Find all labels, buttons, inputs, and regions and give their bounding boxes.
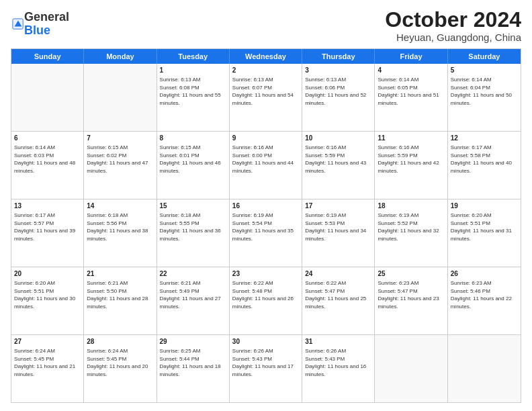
cell-details: Sunrise: 6:14 AMSunset: 6:05 PMDaylight:… bbox=[378, 76, 444, 107]
cell-details: Sunrise: 6:14 AMSunset: 6:03 PMDaylight:… bbox=[14, 144, 81, 175]
calendar-cell: 22Sunrise: 6:21 AMSunset: 5:49 PMDayligh… bbox=[157, 267, 230, 334]
day-number: 25 bbox=[378, 269, 444, 279]
calendar-cell: 9Sunrise: 6:16 AMSunset: 6:00 PMDaylight… bbox=[230, 132, 302, 199]
cell-details: Sunrise: 6:20 AMSunset: 5:51 PMDaylight:… bbox=[451, 212, 518, 242]
day-number: 22 bbox=[160, 269, 226, 279]
calendar-cell: 11Sunrise: 6:16 AMSunset: 5:59 PMDayligh… bbox=[375, 132, 447, 199]
cell-details: Sunrise: 6:21 AMSunset: 5:50 PMDaylight:… bbox=[87, 279, 153, 310]
logo-blue: Blue bbox=[24, 24, 50, 37]
calendar-cell: 2Sunrise: 6:13 AMSunset: 6:07 PMDaylight… bbox=[230, 64, 302, 131]
calendar-cell: 6Sunrise: 6:14 AMSunset: 6:03 PMDaylight… bbox=[11, 132, 84, 199]
day-number: 11 bbox=[378, 134, 444, 143]
day-number: 9 bbox=[232, 134, 299, 143]
cell-details: Sunrise: 6:17 AMSunset: 5:57 PMDaylight:… bbox=[14, 212, 81, 242]
cell-details: Sunrise: 6:15 AMSunset: 6:02 PMDaylight:… bbox=[87, 144, 153, 175]
cell-details: Sunrise: 6:16 AMSunset: 6:00 PMDaylight:… bbox=[232, 144, 299, 175]
logo-icon bbox=[12, 18, 24, 30]
day-number: 31 bbox=[305, 337, 371, 347]
calendar-cell: 28Sunrise: 6:24 AMSunset: 5:45 PMDayligh… bbox=[84, 335, 157, 402]
weekday-header: Tuesday bbox=[157, 49, 230, 64]
cell-details: Sunrise: 6:24 AMSunset: 5:45 PMDaylight:… bbox=[87, 347, 153, 378]
calendar-cell: 19Sunrise: 6:20 AMSunset: 5:51 PMDayligh… bbox=[448, 199, 521, 267]
calendar-cell bbox=[11, 64, 84, 131]
cell-details: Sunrise: 6:13 AMSunset: 6:07 PMDaylight:… bbox=[232, 76, 299, 107]
cell-details: Sunrise: 6:19 AMSunset: 5:52 PMDaylight:… bbox=[378, 212, 444, 242]
cell-details: Sunrise: 6:18 AMSunset: 5:56 PMDaylight:… bbox=[87, 212, 153, 242]
calendar-cell: 12Sunrise: 6:17 AMSunset: 5:58 PMDayligh… bbox=[448, 132, 521, 199]
weekday-header: Thursday bbox=[302, 49, 375, 64]
day-number: 10 bbox=[305, 134, 371, 143]
calendar-body: 1Sunrise: 6:13 AMSunset: 6:08 PMDaylight… bbox=[11, 64, 521, 402]
logo-text: General Blue bbox=[24, 11, 69, 38]
calendar-cell: 15Sunrise: 6:18 AMSunset: 5:55 PMDayligh… bbox=[157, 199, 230, 267]
cell-details: Sunrise: 6:21 AMSunset: 5:49 PMDaylight:… bbox=[160, 279, 226, 310]
calendar-cell: 8Sunrise: 6:15 AMSunset: 6:01 PMDaylight… bbox=[157, 132, 230, 199]
calendar-cell: 26Sunrise: 6:23 AMSunset: 5:46 PMDayligh… bbox=[448, 267, 521, 334]
weekday-header: Saturday bbox=[448, 49, 521, 64]
day-number: 18 bbox=[378, 201, 444, 211]
day-number: 7 bbox=[87, 134, 153, 143]
calendar-cell bbox=[375, 335, 447, 402]
calendar-cell: 29Sunrise: 6:25 AMSunset: 5:44 PMDayligh… bbox=[157, 335, 230, 402]
day-number: 21 bbox=[87, 269, 153, 279]
cell-details: Sunrise: 6:26 AMSunset: 5:43 PMDaylight:… bbox=[232, 347, 299, 378]
calendar-row: 20Sunrise: 6:20 AMSunset: 5:51 PMDayligh… bbox=[11, 267, 521, 334]
calendar-header: SundayMondayTuesdayWednesdayThursdayFrid… bbox=[11, 49, 521, 64]
logo: General Blue bbox=[11, 11, 69, 38]
day-number: 14 bbox=[87, 201, 153, 211]
weekday-header: Sunday bbox=[11, 49, 84, 64]
cell-details: Sunrise: 6:15 AMSunset: 6:01 PMDaylight:… bbox=[160, 144, 226, 175]
calendar-cell: 3Sunrise: 6:13 AMSunset: 6:06 PMDaylight… bbox=[302, 64, 375, 131]
calendar-cell: 7Sunrise: 6:15 AMSunset: 6:02 PMDaylight… bbox=[84, 132, 157, 199]
cell-details: Sunrise: 6:13 AMSunset: 6:06 PMDaylight:… bbox=[305, 76, 371, 107]
cell-details: Sunrise: 6:14 AMSunset: 6:04 PMDaylight:… bbox=[451, 76, 518, 107]
day-number: 13 bbox=[14, 201, 81, 211]
calendar-row: 27Sunrise: 6:24 AMSunset: 5:45 PMDayligh… bbox=[11, 334, 521, 402]
calendar-cell: 25Sunrise: 6:23 AMSunset: 5:47 PMDayligh… bbox=[375, 267, 447, 334]
calendar-row: 6Sunrise: 6:14 AMSunset: 6:03 PMDaylight… bbox=[11, 131, 521, 199]
calendar-cell: 20Sunrise: 6:20 AMSunset: 5:51 PMDayligh… bbox=[11, 267, 84, 334]
cell-details: Sunrise: 6:16 AMSunset: 5:59 PMDaylight:… bbox=[378, 144, 444, 175]
day-number: 27 bbox=[14, 337, 81, 347]
calendar-row: 1Sunrise: 6:13 AMSunset: 6:08 PMDaylight… bbox=[11, 64, 521, 131]
calendar-cell: 21Sunrise: 6:21 AMSunset: 5:50 PMDayligh… bbox=[84, 267, 157, 334]
day-number: 29 bbox=[160, 337, 226, 347]
day-number: 8 bbox=[160, 134, 226, 143]
calendar: SundayMondayTuesdayWednesdayThursdayFrid… bbox=[11, 48, 521, 403]
calendar-cell: 13Sunrise: 6:17 AMSunset: 5:57 PMDayligh… bbox=[11, 199, 84, 267]
location: Heyuan, Guangdong, China bbox=[385, 32, 521, 43]
cell-details: Sunrise: 6:24 AMSunset: 5:45 PMDaylight:… bbox=[14, 347, 81, 378]
calendar-cell: 1Sunrise: 6:13 AMSunset: 6:08 PMDaylight… bbox=[157, 64, 230, 131]
day-number: 28 bbox=[87, 337, 153, 347]
cell-details: Sunrise: 6:19 AMSunset: 5:53 PMDaylight:… bbox=[305, 212, 371, 242]
calendar-cell: 17Sunrise: 6:19 AMSunset: 5:53 PMDayligh… bbox=[302, 199, 375, 267]
day-number: 26 bbox=[451, 269, 518, 279]
day-number: 19 bbox=[451, 201, 518, 211]
calendar-cell: 30Sunrise: 6:26 AMSunset: 5:43 PMDayligh… bbox=[230, 335, 302, 402]
calendar-cell: 14Sunrise: 6:18 AMSunset: 5:56 PMDayligh… bbox=[84, 199, 157, 267]
day-number: 24 bbox=[305, 269, 371, 279]
cell-details: Sunrise: 6:26 AMSunset: 5:43 PMDaylight:… bbox=[305, 347, 371, 378]
day-number: 30 bbox=[232, 337, 299, 347]
cell-details: Sunrise: 6:18 AMSunset: 5:55 PMDaylight:… bbox=[160, 212, 226, 242]
day-number: 20 bbox=[14, 269, 81, 279]
weekday-header: Wednesday bbox=[230, 49, 302, 64]
weekday-header: Monday bbox=[84, 49, 157, 64]
cell-details: Sunrise: 6:22 AMSunset: 5:47 PMDaylight:… bbox=[305, 279, 371, 310]
calendar-cell: 24Sunrise: 6:22 AMSunset: 5:47 PMDayligh… bbox=[302, 267, 375, 334]
weekday-header: Friday bbox=[375, 49, 447, 64]
cell-details: Sunrise: 6:17 AMSunset: 5:58 PMDaylight:… bbox=[451, 144, 518, 175]
calendar-cell: 10Sunrise: 6:16 AMSunset: 5:59 PMDayligh… bbox=[302, 132, 375, 199]
cell-details: Sunrise: 6:25 AMSunset: 5:44 PMDaylight:… bbox=[160, 347, 226, 378]
month-title: October 2024 bbox=[385, 8, 521, 32]
day-number: 2 bbox=[232, 66, 299, 75]
day-number: 23 bbox=[232, 269, 299, 279]
cell-details: Sunrise: 6:19 AMSunset: 5:54 PMDaylight:… bbox=[232, 212, 299, 242]
calendar-cell: 23Sunrise: 6:22 AMSunset: 5:48 PMDayligh… bbox=[230, 267, 302, 334]
day-number: 6 bbox=[14, 134, 81, 143]
cell-details: Sunrise: 6:13 AMSunset: 6:08 PMDaylight:… bbox=[160, 76, 226, 107]
calendar-cell bbox=[448, 335, 521, 402]
calendar-page: General Blue October 2024 Heyuan, Guangd… bbox=[0, 0, 532, 411]
calendar-cell: 16Sunrise: 6:19 AMSunset: 5:54 PMDayligh… bbox=[230, 199, 302, 267]
day-number: 3 bbox=[305, 66, 371, 75]
